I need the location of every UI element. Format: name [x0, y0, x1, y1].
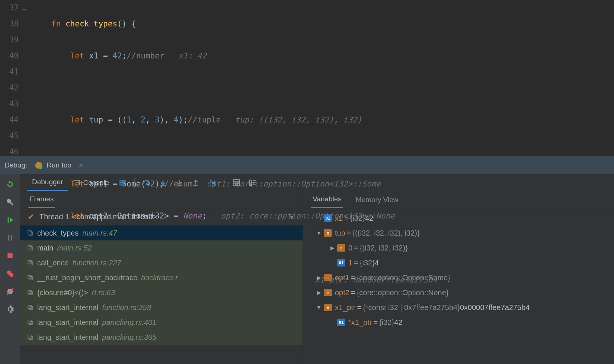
evaluate-expression-icon[interactable] — [228, 174, 244, 191]
threads-view-icon[interactable] — [114, 174, 131, 191]
frame-row[interactable]: main main.rs:52 — [20, 240, 303, 255]
expand-icon[interactable]: ▶ — [314, 290, 324, 296]
function-name: check_types — [65, 19, 117, 28]
step-out-icon[interactable] — [188, 174, 204, 191]
frame-list[interactable]: check_types main.rs:47 main main.rs:52 c… — [20, 226, 303, 364]
variable-list[interactable]: 01x1 = {i32} 42▼≡tup = {((i32, i32, i32)… — [303, 208, 614, 364]
frame-icon — [27, 230, 33, 236]
fold-column[interactable]: ⊟ — [22, 0, 51, 156]
step-into-icon[interactable] — [155, 174, 171, 191]
frame-icon — [27, 289, 33, 296]
variable-value: 42 — [394, 318, 402, 327]
settings-icon[interactable] — [5, 304, 15, 314]
variable-type: {(i32, i32, i32)} — [360, 244, 408, 252]
close-icon[interactable]: × — [79, 161, 83, 170]
frame-icon — [27, 259, 33, 266]
variable-row[interactable]: ▼≡x1_ptr = {*const i32 | 0x7ffee7a275b4}… — [304, 300, 614, 315]
rerun-icon[interactable] — [5, 179, 15, 189]
expand-icon[interactable]: ▶ — [314, 275, 324, 281]
variable-row[interactable]: ▶≡0 = {(i32, i32, i32)} — [304, 240, 614, 255]
next-frame-icon[interactable]: ↓ — [276, 213, 280, 221]
variable-type: {core::option::Option::None} — [357, 288, 449, 297]
variable-name: opt1 — [335, 274, 349, 282]
variable-kind-icon: ≡ — [324, 304, 332, 311]
tab-console[interactable]: Console — [68, 174, 114, 191]
wrench-icon[interactable] — [5, 197, 15, 207]
pause-icon[interactable] — [5, 233, 15, 243]
variables-tab[interactable]: Variables — [311, 191, 343, 208]
frame-row[interactable]: call_once function.rs:227 — [20, 255, 303, 270]
variable-kind-icon: 01 — [324, 214, 332, 222]
svg-rect-38 — [29, 262, 32, 265]
frame-row[interactable]: check_types main.rs:47 — [20, 226, 303, 240]
tab-debugger[interactable]: Debugger — [27, 174, 68, 191]
svg-point-1 — [39, 166, 42, 169]
collapse-icon[interactable]: ▼ — [314, 230, 324, 236]
variable-type: {i32} — [360, 259, 375, 267]
svg-rect-2 — [8, 217, 9, 223]
thread-selector[interactable]: ✔ Thread-1-<com.apple.main-thread> ↑ ↓ ▾ — [20, 208, 303, 226]
svg-rect-41 — [28, 290, 31, 294]
collapse-icon[interactable]: ▼ — [314, 304, 324, 310]
variable-kind-icon: ≡ — [324, 274, 332, 281]
svg-rect-5 — [11, 235, 12, 241]
variable-row[interactable]: 01x1 = {i32} 42 — [304, 211, 614, 226]
stop-icon[interactable] — [5, 251, 15, 261]
variable-row[interactable]: ▶≡opt1 = {core::option::Option::Some} — [304, 270, 614, 285]
dropdown-icon[interactable]: ▾ — [290, 213, 294, 221]
frame-location: rt.rs:63 — [92, 288, 115, 297]
variable-row[interactable]: 011 = {i32} 4 — [304, 255, 614, 270]
code-editor[interactable]: 37 38 39 40 41 42 43 44 45 46 ⊟ fn check… — [0, 0, 614, 156]
svg-rect-29 — [250, 180, 252, 185]
variable-name: x1_ptr — [335, 303, 356, 312]
fold-handle-icon[interactable]: ⊟ — [22, 1, 26, 17]
variable-row[interactable]: ▶≡opt2 = {core::option::Option::None} — [304, 285, 614, 300]
svg-rect-35 — [28, 246, 31, 249]
svg-rect-45 — [28, 320, 31, 323]
code-area[interactable]: fn check_types() { let x1 = 42;//number … — [51, 0, 614, 156]
step-over-icon[interactable] — [138, 174, 155, 191]
variable-kind-icon: ≡ — [324, 229, 332, 237]
mute-breakpoints-icon[interactable] — [5, 287, 15, 296]
breakpoints-icon[interactable] — [5, 269, 15, 278]
frame-location: backtrace.r — [141, 274, 178, 282]
check-icon: ✔ — [28, 212, 34, 222]
frame-row[interactable]: lang_start_internal panicking.rs:365 — [20, 330, 303, 345]
variable-row[interactable]: 01*x1_ptr = {i32} 42 — [304, 315, 614, 330]
svg-rect-6 — [7, 253, 12, 258]
memory-view-tab[interactable]: Memory View — [354, 191, 400, 208]
frame-icon — [27, 274, 33, 281]
force-step-into-icon[interactable] — [171, 174, 188, 191]
frame-icon — [27, 334, 33, 341]
frame-row[interactable]: lang_start_internal function.rs:259 — [20, 300, 303, 315]
variable-name: tup — [335, 229, 345, 237]
variable-name: x1 — [335, 214, 343, 223]
frame-row[interactable]: {closure#0}<()> rt.rs:63 — [20, 285, 303, 300]
run-config-name: Run foo — [47, 161, 71, 169]
prev-frame-icon[interactable]: ↑ — [263, 213, 267, 221]
run-config-tab[interactable]: Run foo × — [35, 161, 83, 170]
expand-icon[interactable]: ▶ — [327, 245, 337, 251]
run-to-cursor-icon[interactable] — [204, 174, 220, 191]
svg-rect-46 — [29, 321, 32, 325]
svg-rect-34 — [29, 232, 32, 235]
variable-row[interactable]: ▼≡tup = {((i32, i32, i32), i32)} — [304, 226, 614, 240]
variable-name: opt2 — [335, 288, 349, 297]
svg-rect-14 — [119, 182, 126, 183]
variable-type: {i32} — [379, 318, 394, 327]
svg-rect-36 — [29, 247, 32, 250]
svg-marker-12 — [76, 182, 78, 183]
frame-row[interactable]: __rust_begin_short_backtrace backtrace.r — [20, 270, 303, 285]
svg-rect-43 — [28, 305, 31, 309]
variable-type: {core::option::Option::Some} — [357, 274, 450, 282]
resume-icon[interactable] — [5, 215, 15, 225]
svg-point-8 — [9, 273, 13, 277]
svg-rect-13 — [119, 180, 126, 181]
frame-function: __rust_begin_short_backtrace — [37, 274, 137, 282]
svg-rect-39 — [28, 275, 31, 279]
frame-row[interactable]: lang_start_internal panicking.rs:401 — [20, 315, 303, 330]
trace-current-stream-chain-icon[interactable] — [244, 174, 261, 191]
frames-tab[interactable]: Frames — [28, 191, 55, 208]
frame-function: check_types — [37, 229, 79, 237]
variable-name: 0 — [348, 244, 352, 252]
